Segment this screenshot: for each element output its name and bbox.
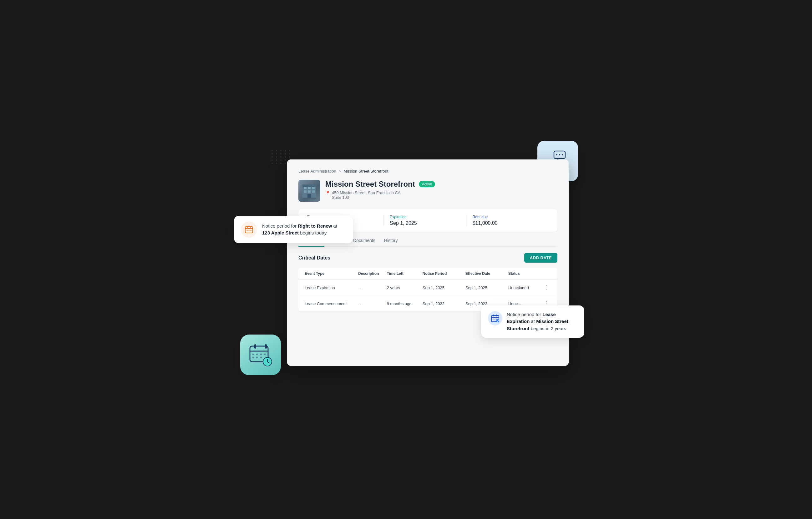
stat-rent-value: $11,000.00 bbox=[473, 220, 542, 226]
cell-time-left-2: 9 months ago bbox=[387, 301, 423, 306]
data-table: Event Type Description Time Left Notice … bbox=[298, 268, 557, 311]
cell-time-left-1: 2 years bbox=[387, 285, 423, 290]
notice-card-text: Notice period for Right to Renew at 123 … bbox=[262, 223, 346, 237]
property-address: 📍 450 Mission Street, San Francisco CA S… bbox=[325, 190, 557, 200]
section-header: Critical Dates ADD DATE bbox=[298, 253, 557, 263]
expiry-text-middle: at bbox=[529, 318, 536, 324]
cell-event-type-2: Lease Commencement bbox=[304, 301, 358, 306]
expiry-card-text: Notice period for Lease Expiration at Mi… bbox=[507, 311, 577, 332]
cell-description-1: -- bbox=[358, 285, 386, 290]
cell-status-1: Unactioned bbox=[508, 285, 544, 290]
cell-notice-period-2: Sep 1, 2022 bbox=[423, 301, 465, 306]
calendar-blue-icon bbox=[491, 314, 499, 322]
svg-rect-16 bbox=[302, 197, 316, 199]
svg-rect-12 bbox=[304, 190, 307, 192]
svg-rect-37 bbox=[253, 357, 254, 358]
section-title: Critical Dates bbox=[298, 255, 330, 261]
stat-rent-label: Rent due bbox=[473, 215, 542, 219]
svg-rect-8 bbox=[302, 184, 316, 187]
tab-history[interactable]: History bbox=[384, 238, 398, 247]
address-line2: Suite 100 bbox=[332, 195, 401, 200]
calendar-large-card bbox=[240, 335, 281, 375]
pin-icon: 📍 bbox=[325, 191, 330, 195]
svg-point-29 bbox=[496, 319, 499, 322]
svg-rect-10 bbox=[308, 187, 311, 189]
notice-text-prefix: Notice period for bbox=[262, 223, 298, 228]
breadcrumb-parent-link[interactable]: Lease Administration bbox=[298, 169, 336, 174]
col-notice-period: Notice Period bbox=[423, 271, 465, 276]
svg-rect-15 bbox=[308, 194, 311, 198]
cell-description-2: -- bbox=[358, 301, 386, 306]
property-image bbox=[298, 180, 320, 202]
tab-documents[interactable]: Documents bbox=[353, 238, 375, 247]
expiry-text-prefix: Notice period for bbox=[507, 312, 542, 317]
calendar-orange-icon bbox=[244, 225, 253, 234]
breadcrumb-separator: > bbox=[339, 169, 341, 174]
svg-rect-31 bbox=[254, 344, 256, 348]
stat-expiration: Expiration Sep 1, 2025 bbox=[383, 215, 466, 226]
notice-icon-circle bbox=[241, 221, 257, 238]
svg-rect-14 bbox=[312, 190, 315, 192]
col-description: Description bbox=[358, 271, 386, 276]
svg-rect-26 bbox=[493, 318, 494, 319]
svg-rect-27 bbox=[495, 318, 495, 319]
stat-rent: Rent due $11,000.00 bbox=[466, 215, 549, 226]
breadcrumb: Lease Administration > Mission Street St… bbox=[298, 169, 557, 174]
add-date-button[interactable]: ADD DATE bbox=[524, 253, 557, 263]
col-effective-date: Effective Date bbox=[465, 271, 508, 276]
stat-expiration-value: Sep 1, 2025 bbox=[390, 220, 460, 226]
calendar-large-icon bbox=[248, 342, 273, 367]
notice-text-middle: at bbox=[332, 223, 337, 228]
svg-rect-25 bbox=[496, 314, 497, 316]
svg-rect-19 bbox=[250, 226, 251, 227]
svg-rect-22 bbox=[250, 230, 252, 231]
cell-effective-date-1: Sep 1, 2025 bbox=[465, 285, 508, 290]
svg-rect-24 bbox=[493, 314, 494, 316]
expiry-icon-circle bbox=[488, 311, 502, 326]
svg-rect-39 bbox=[260, 357, 262, 358]
svg-rect-38 bbox=[256, 357, 258, 358]
svg-rect-20 bbox=[246, 230, 248, 231]
col-event-type: Event Type bbox=[304, 271, 358, 276]
address-line1: 450 Mission Street, San Francisco CA bbox=[332, 190, 401, 195]
svg-point-1 bbox=[556, 154, 557, 155]
svg-rect-9 bbox=[304, 187, 307, 189]
col-actions bbox=[544, 271, 551, 276]
notice-text-suffix: begins today bbox=[299, 230, 326, 236]
status-badge: Active bbox=[419, 181, 435, 187]
breadcrumb-current: Mission Street Storefront bbox=[343, 169, 388, 174]
table-row: Lease Expiration -- 2 years Sep 1, 2025 … bbox=[298, 280, 557, 296]
scene: Lease Administration > Mission Street St… bbox=[234, 141, 578, 378]
svg-rect-11 bbox=[312, 187, 315, 189]
svg-rect-21 bbox=[248, 230, 250, 231]
property-name: Mission Street Storefront bbox=[325, 180, 415, 188]
svg-point-3 bbox=[562, 154, 563, 155]
expiry-notification-card: Notice period for Lease Expiration at Mi… bbox=[481, 305, 584, 338]
cell-event-type-1: Lease Expiration bbox=[304, 285, 358, 290]
expiry-text-suffix: begins in 2 years bbox=[529, 326, 567, 331]
svg-rect-32 bbox=[265, 344, 267, 348]
property-header: Mission Street Storefront Active 📍 450 M… bbox=[298, 180, 557, 202]
svg-rect-33 bbox=[253, 354, 254, 355]
table-header: Event Type Description Time Left Notice … bbox=[298, 268, 557, 280]
stat-expiration-label: Expiration bbox=[390, 215, 460, 219]
notice-bold-2: 123 Apple Street bbox=[262, 230, 299, 236]
svg-rect-35 bbox=[260, 354, 262, 355]
svg-rect-13 bbox=[308, 190, 311, 192]
cell-notice-period-1: Sep 1, 2025 bbox=[423, 285, 465, 290]
notice-period-card: Notice period for Right to Renew at 123 … bbox=[234, 216, 353, 243]
svg-rect-36 bbox=[264, 354, 266, 355]
col-status: Status bbox=[508, 271, 544, 276]
property-info: Mission Street Storefront Active 📍 450 M… bbox=[325, 180, 557, 200]
notice-bold-1: Right to Renew bbox=[298, 223, 332, 228]
svg-rect-18 bbox=[247, 226, 248, 227]
row-actions-1[interactable]: ⋮ bbox=[544, 284, 551, 291]
col-time-left: Time Left bbox=[387, 271, 423, 276]
svg-point-2 bbox=[559, 154, 560, 155]
svg-rect-34 bbox=[256, 354, 258, 355]
